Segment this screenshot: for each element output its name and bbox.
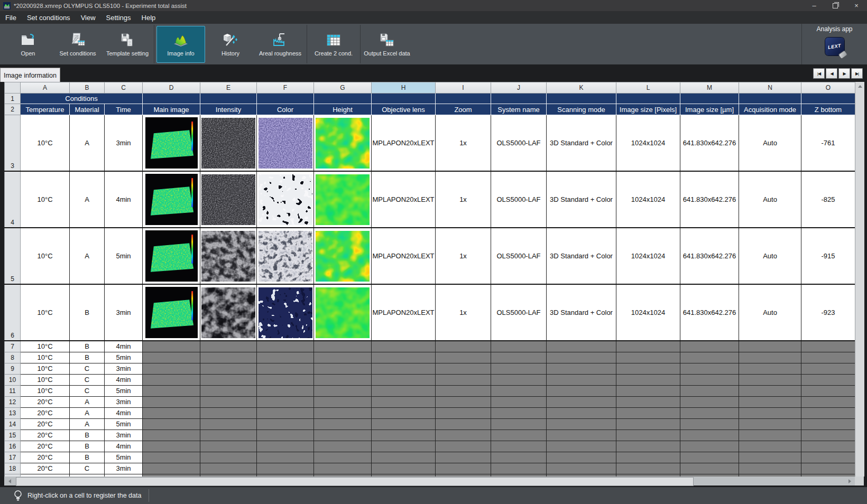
cell-system-name[interactable]: OLS5000-LAF: [491, 115, 547, 172]
cell-temperature[interactable]: 20°C: [21, 418, 70, 430]
empty-cell[interactable]: [143, 452, 200, 463]
empty-cell[interactable]: [200, 341, 257, 352]
empty-cell[interactable]: [372, 385, 436, 396]
cell-acquisition-mode[interactable]: Auto: [739, 228, 801, 284]
empty-cell[interactable]: [257, 430, 314, 441]
cell-temperature[interactable]: 10°C: [21, 374, 70, 385]
empty-cell[interactable]: [200, 430, 257, 441]
empty-cell[interactable]: [143, 418, 200, 430]
cell-time[interactable]: 5min: [105, 452, 143, 463]
empty-cell[interactable]: [372, 430, 436, 441]
row-number[interactable]: 14: [5, 418, 21, 430]
empty-cell[interactable]: [314, 463, 372, 474]
empty-cell[interactable]: [739, 463, 801, 474]
empty-cell[interactable]: [680, 430, 739, 441]
column-letter-H[interactable]: H: [372, 82, 436, 94]
cell-color-image-thumbnail[interactable]: [257, 228, 314, 284]
cell-height-image-thumbnail[interactable]: [314, 284, 372, 341]
cell-image-size-pixels[interactable]: 1024x1024: [616, 284, 680, 341]
empty-cell[interactable]: [616, 385, 680, 396]
empty-cell[interactable]: [143, 463, 200, 474]
empty-cell[interactable]: [616, 452, 680, 463]
empty-cell[interactable]: [491, 341, 547, 352]
cell-scanning-mode[interactable]: 3D Standard + Color: [547, 228, 616, 284]
empty-cell[interactable]: [200, 463, 257, 474]
row-number[interactable]: 13: [5, 407, 21, 418]
pager-previous-button[interactable]: ◀: [826, 68, 837, 79]
cell-time[interactable]: 5min: [105, 385, 143, 396]
empty-cell[interactable]: [739, 341, 801, 352]
row-number[interactable]: 1: [5, 94, 21, 104]
empty-cell[interactable]: [372, 396, 436, 407]
cell-intensity-image-thumbnail[interactable]: [200, 284, 257, 341]
cell-objective-lens[interactable]: MPLAPON20xLEXT: [372, 284, 436, 341]
column-letter-A[interactable]: A: [21, 82, 70, 94]
cell-image-size-um[interactable]: 641.830x642.276: [680, 171, 739, 228]
empty-cell[interactable]: [491, 396, 547, 407]
toolbar-button-create-2-cond[interactable]: Create 2 cond.: [309, 26, 358, 63]
empty-cell[interactable]: [801, 452, 855, 463]
empty-cell[interactable]: [547, 341, 616, 352]
column-letter-J[interactable]: J: [491, 82, 547, 94]
empty-cell[interactable]: [616, 341, 680, 352]
row-number[interactable]: 12: [5, 396, 21, 407]
empty-cell[interactable]: [739, 441, 801, 452]
cell-temperature[interactable]: 10°C: [21, 115, 70, 172]
empty-cell[interactable]: [547, 463, 616, 474]
empty-cell[interactable]: [547, 418, 616, 430]
cell-temperature[interactable]: 10°C: [21, 352, 70, 363]
cell-image-size-pixels[interactable]: 1024x1024: [616, 171, 680, 228]
empty-cell[interactable]: [143, 441, 200, 452]
empty-cell[interactable]: [491, 430, 547, 441]
empty-cell[interactable]: [491, 385, 547, 396]
cell-objective-lens[interactable]: MPLAPON20xLEXT: [372, 228, 436, 284]
empty-cell[interactable]: [200, 396, 257, 407]
cell-material[interactable]: B: [70, 341, 105, 352]
corner-cell[interactable]: [5, 82, 21, 94]
row-number[interactable]: 2: [5, 104, 21, 115]
column-letter-I[interactable]: I: [436, 82, 491, 94]
empty-cell[interactable]: [739, 385, 801, 396]
cell-objective-lens[interactable]: MPLAPON20xLEXT: [372, 171, 436, 228]
empty-cell[interactable]: [436, 385, 491, 396]
toolbar-button-history[interactable]: History: [206, 26, 255, 63]
empty-cell[interactable]: [680, 418, 739, 430]
tab-image-information[interactable]: Image information: [0, 68, 60, 82]
cell-temperature[interactable]: 20°C: [21, 396, 70, 407]
cell-temperature[interactable]: 10°C: [21, 171, 70, 228]
empty-cell[interactable]: [616, 374, 680, 385]
empty-cell[interactable]: [547, 452, 616, 463]
empty-cell[interactable]: [257, 463, 314, 474]
empty-cell[interactable]: [257, 385, 314, 396]
empty-cell[interactable]: [680, 363, 739, 374]
empty-cell[interactable]: [739, 430, 801, 441]
empty-cell[interactable]: [143, 396, 200, 407]
empty-cell[interactable]: [616, 430, 680, 441]
empty-cell[interactable]: [372, 452, 436, 463]
empty-cell[interactable]: [143, 430, 200, 441]
empty-cell[interactable]: [200, 374, 257, 385]
cell-scanning-mode[interactable]: 3D Standard + Color: [547, 171, 616, 228]
empty-cell[interactable]: [547, 396, 616, 407]
column-letter-M[interactable]: M: [680, 82, 739, 94]
empty-cell[interactable]: [491, 452, 547, 463]
empty-cell[interactable]: [372, 418, 436, 430]
empty-cell[interactable]: [314, 452, 372, 463]
cell-acquisition-mode[interactable]: Auto: [739, 284, 801, 341]
empty-cell[interactable]: [491, 418, 547, 430]
empty-cell[interactable]: [257, 396, 314, 407]
cell-system-name[interactable]: OLS5000-LAF: [491, 284, 547, 341]
minimize-icon[interactable]: –: [804, 0, 825, 11]
empty-cell[interactable]: [200, 407, 257, 418]
cell-time[interactable]: 5min: [105, 228, 143, 284]
empty-cell[interactable]: [314, 363, 372, 374]
empty-cell[interactable]: [372, 441, 436, 452]
empty-cell[interactable]: [372, 374, 436, 385]
empty-cell[interactable]: [616, 407, 680, 418]
close-icon[interactable]: ×: [846, 0, 867, 11]
empty-cell[interactable]: [314, 407, 372, 418]
empty-cell[interactable]: [739, 363, 801, 374]
cell-objective-lens[interactable]: MPLAPON20xLEXT: [372, 115, 436, 172]
cell-temperature[interactable]: 20°C: [21, 430, 70, 441]
cell-temperature[interactable]: 20°C: [21, 463, 70, 474]
